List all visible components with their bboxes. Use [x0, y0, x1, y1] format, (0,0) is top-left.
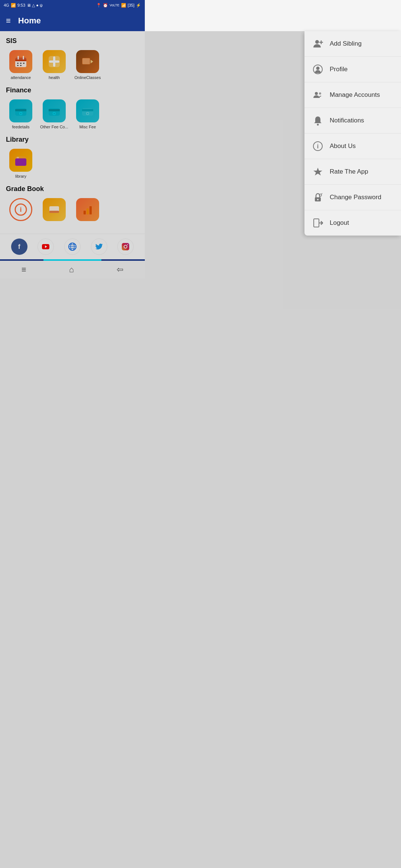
signal-indicator: 4G — [4, 3, 9, 7]
location-icon: 📍 — [96, 3, 101, 8]
volte-icon: VoLTE — [110, 3, 119, 7]
battery-display: [35] — [128, 3, 134, 7]
alarm-icon: ⏰ — [103, 3, 108, 8]
signal-bars: 📶 — [11, 3, 16, 8]
top-bar: ≡ Home — [0, 10, 145, 31]
status-bar: 4G 📶 9:53 🖥 △ ● ψ 📍 ⏰ VoLTE 📶 [35] ⚡ — [0, 0, 145, 10]
status-left: 4G 📶 9:53 🖥 △ ● ψ — [4, 3, 43, 8]
page-title: Home — [18, 16, 41, 26]
status-right: 📍 ⏰ VoLTE 📶 [35] ⚡ — [96, 3, 141, 8]
time-display: 9:53 — [17, 3, 25, 7]
hamburger-menu-icon[interactable]: ≡ — [6, 16, 11, 26]
dropdown-overlay[interactable] — [0, 31, 145, 313]
wifi-icon: 📶 — [121, 3, 126, 8]
status-icons: 🖥 △ ● ψ — [27, 3, 43, 8]
charging-icon: ⚡ — [136, 3, 141, 8]
